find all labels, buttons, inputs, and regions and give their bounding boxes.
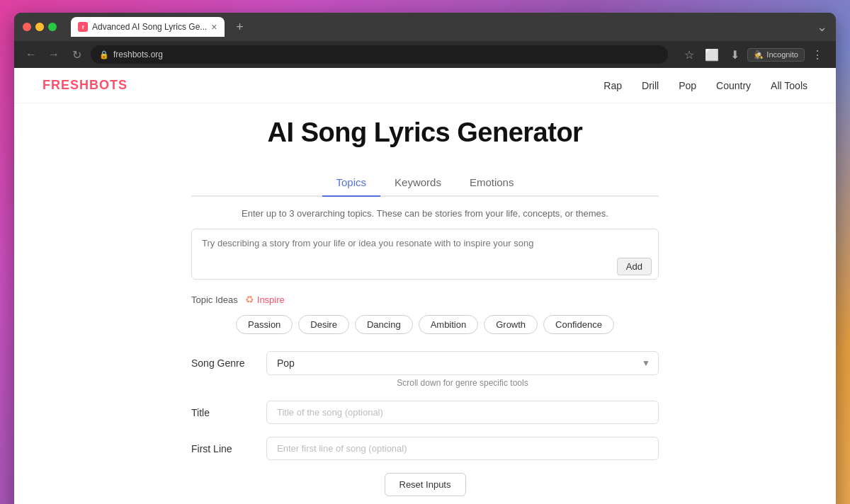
- lock-icon: 🔒: [99, 50, 109, 59]
- first-line-input[interactable]: [266, 437, 659, 460]
- nav-links: Rap Drill Pop Country All Tools: [604, 79, 808, 92]
- browser-titlebar: f Advanced AI Song Lyrics Ge... × + ⌄: [14, 13, 836, 41]
- extensions-button[interactable]: ⬜: [702, 45, 722, 64]
- nav-drill[interactable]: Drill: [642, 80, 659, 91]
- genre-field: Pop Rap Drill Country ▼ Scroll down for …: [266, 351, 659, 388]
- tabs-bar: Topics Keywords Emotions: [191, 169, 659, 197]
- back-button[interactable]: ←: [23, 45, 40, 64]
- browser-window: f Advanced AI Song Lyrics Ge... × + ⌄ ← …: [14, 13, 836, 504]
- site-nav: FRESHBOTS Rap Drill Pop Country All Tool…: [14, 68, 836, 103]
- topic-textarea[interactable]: [191, 229, 659, 280]
- tab-emotions[interactable]: Emotions: [455, 169, 528, 195]
- page-title: AI Song Lyrics Generator: [191, 118, 659, 148]
- tab-description: Enter up to 3 overarching topics. These …: [191, 208, 659, 219]
- refresh-button[interactable]: ↻: [68, 45, 85, 64]
- title-row: Title: [191, 401, 659, 424]
- topic-ideas-row: Topic Ideas ♻ Inspire: [191, 294, 659, 305]
- incognito-badge: 🕵 Incognito: [747, 48, 805, 62]
- title-input[interactable]: [266, 401, 659, 424]
- tab-favicon: f: [78, 22, 88, 32]
- add-topic-button[interactable]: Add: [617, 258, 652, 275]
- reset-button[interactable]: Reset Inputs: [385, 473, 466, 496]
- topic-chips: Passion Desire Dancing Ambition Growth C…: [191, 315, 659, 334]
- tab-keywords[interactable]: Keywords: [380, 169, 455, 195]
- title-field: [266, 401, 659, 424]
- incognito-label: Incognito: [766, 50, 798, 59]
- inspire-label: Inspire: [257, 294, 285, 305]
- menu-button[interactable]: ⋮: [808, 45, 827, 64]
- action-buttons: Reset Inputs Generate: [191, 473, 659, 504]
- first-line-row: First Line: [191, 437, 659, 460]
- new-tab-button[interactable]: +: [230, 17, 250, 37]
- chip-ambition[interactable]: Ambition: [419, 315, 479, 334]
- traffic-lights: [23, 23, 57, 31]
- topic-ideas-label: Topic Ideas: [191, 294, 238, 305]
- title-label: Title: [191, 401, 255, 418]
- download-button[interactable]: ⬇: [725, 45, 744, 64]
- address-bar[interactable]: 🔒 freshbots.org: [91, 45, 668, 64]
- browser-tab[interactable]: f Advanced AI Song Lyrics Ge... ×: [71, 17, 225, 37]
- nav-all-tools[interactable]: All Tools: [771, 80, 808, 91]
- nav-country[interactable]: Country: [716, 80, 751, 91]
- inspire-icon: ♻: [245, 294, 254, 305]
- main-content: AI Song Lyrics Generator Topics Keywords…: [177, 103, 673, 504]
- collapse-icon[interactable]: ⌄: [817, 19, 827, 35]
- close-button[interactable]: [23, 23, 31, 31]
- website-content: FRESHBOTS Rap Drill Pop Country All Tool…: [14, 68, 836, 504]
- genre-select[interactable]: Pop Rap Drill Country: [266, 351, 659, 375]
- inspire-button[interactable]: ♻ Inspire: [245, 294, 285, 305]
- genre-select-wrapper: Pop Rap Drill Country ▼: [266, 351, 659, 375]
- first-line-label: First Line: [191, 437, 255, 454]
- chip-dancing[interactable]: Dancing: [355, 315, 413, 334]
- genre-label: Song Genre: [191, 351, 255, 369]
- first-line-field: [266, 437, 659, 460]
- minimize-button[interactable]: [35, 23, 44, 31]
- genre-scroll-hint: Scroll down for genre specific tools: [266, 378, 659, 388]
- url-text: freshbots.org: [113, 50, 163, 59]
- forward-button[interactable]: →: [45, 45, 62, 64]
- tab-topics[interactable]: Topics: [322, 169, 381, 195]
- browser-toolbar: ← → ↻ 🔒 freshbots.org ☆ ⬜ ⬇ 🕵 Incognito …: [14, 41, 836, 68]
- chip-growth[interactable]: Growth: [484, 315, 538, 334]
- chip-desire[interactable]: Desire: [298, 315, 349, 334]
- topic-textarea-container: Add: [191, 229, 659, 282]
- nav-rap[interactable]: Rap: [604, 80, 622, 91]
- site-logo[interactable]: FRESHBOTS: [42, 78, 128, 93]
- chip-confidence[interactable]: Confidence: [543, 315, 614, 334]
- toolbar-actions: ☆ ⬜ ⬇ 🕵 Incognito ⋮: [679, 45, 827, 64]
- bookmark-button[interactable]: ☆: [679, 45, 699, 64]
- genre-row: Song Genre Pop Rap Drill Country ▼ Scrol…: [191, 351, 659, 388]
- incognito-icon: 🕵: [754, 50, 764, 59]
- chip-passion[interactable]: Passion: [236, 315, 293, 334]
- tab-close-icon[interactable]: ×: [211, 22, 217, 32]
- nav-pop[interactable]: Pop: [679, 80, 696, 91]
- tab-title: Advanced AI Song Lyrics Ge...: [92, 22, 207, 32]
- maximize-button[interactable]: [48, 23, 57, 31]
